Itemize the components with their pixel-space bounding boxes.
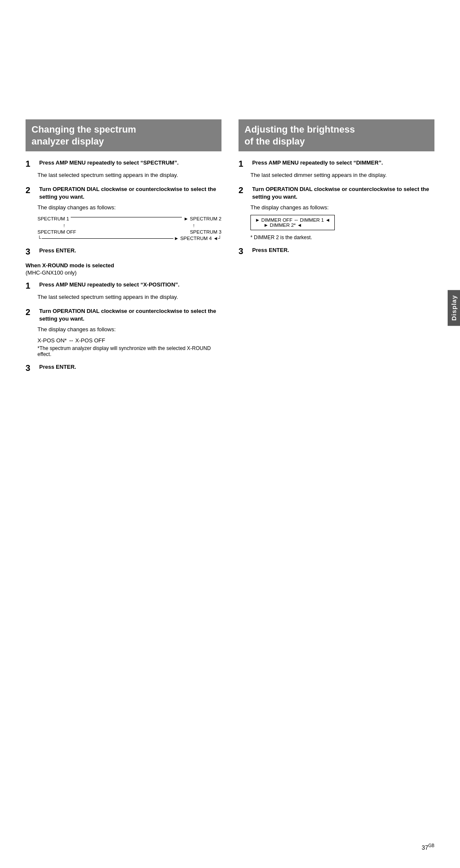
right-title-line2: of the display — [244, 136, 305, 147]
left-title-line1: Changing the spectrum — [32, 124, 136, 135]
step-number-1: 1 — [26, 159, 37, 168]
right-section-header: Adjusting the brightness of the display — [239, 119, 434, 151]
xstep-number-1: 1 — [26, 281, 37, 290]
left-step2: 2 Turn OPERATION DIAL clockwise or count… — [26, 185, 221, 241]
xstep3-bold: Press ENTER. — [39, 363, 76, 371]
right-column: Adjusting the brightness of the display … — [239, 119, 434, 379]
left-section-header: Changing the spectrum analyzer display — [26, 119, 221, 151]
step1-bold: Press AMP MENU repeatedly to select “SPE… — [39, 159, 178, 167]
xstep1-desc: The last selected spectrum setting appea… — [37, 293, 221, 301]
left-title-line2: analyzer display — [32, 136, 104, 147]
when-header: When X-ROUND mode is selected — [26, 262, 221, 269]
spectrum-diagram: SPECTRUM 1 ► SPECTRUM 2 ↑ ↑ SPECTRUM OFF… — [37, 215, 221, 241]
xpos-footnote: *The spectrum analyzer display will sync… — [37, 345, 221, 357]
xstep2-bold: Turn OPERATION DIAL clockwise or counter… — [39, 307, 221, 323]
right-step1-desc: The last selected dimmer setting appears… — [250, 171, 434, 179]
xstep-number-3: 3 — [26, 363, 37, 373]
step2-desc: The display changes as follows: — [37, 203, 221, 212]
page-content: Changing the spectrum analyzer display 1… — [0, 0, 460, 404]
right-step3: 3 Press ENTER. — [239, 246, 434, 256]
left-step3: 3 Press ENTER. — [26, 247, 221, 256]
right-title-line1: Adjusting the brightness — [244, 124, 355, 135]
right-step2-desc: The display changes as follows: — [250, 203, 434, 212]
right-step1: 1 Press AMP MENU repeatedly to select “D… — [239, 159, 434, 179]
right-step2: 2 Turn OPERATION DIAL clockwise or count… — [239, 185, 434, 241]
when-subheader: (MHC-GNX100 only) — [26, 269, 221, 276]
step-number-3: 3 — [26, 247, 37, 256]
xstep2: 2 Turn OPERATION DIAL clockwise or count… — [26, 307, 221, 357]
side-tab: Display — [448, 290, 460, 326]
step-number-2: 2 — [26, 185, 37, 195]
xstep-number-2: 2 — [26, 307, 37, 317]
dimmer-diagram: ► DIMMER OFF ↔ DIMMER 1 ◄ ► DIMMER 2* ◄ — [250, 215, 434, 231]
xstep1-bold: Press AMP MENU repeatedly to select “X-P… — [39, 281, 179, 289]
xpos-line: X-POS ON* ↔ X-POS OFF — [37, 337, 221, 344]
spectrum-row1: SPECTRUM 1 ► SPECTRUM 2 — [37, 215, 221, 223]
step3-bold: Press ENTER. — [39, 247, 76, 255]
xstep3: 3 Press ENTER. — [26, 363, 221, 373]
right-step2-bold: Turn OPERATION DIAL clockwise or counter… — [252, 185, 434, 201]
xstep2-desc: The display changes as follows: — [37, 325, 221, 334]
xstep1: 1 Press AMP MENU repeatedly to select “X… — [26, 281, 221, 301]
left-step1: 1 Press AMP MENU repeatedly to select “S… — [26, 159, 221, 179]
left-column: Changing the spectrum analyzer display 1… — [26, 119, 221, 379]
right-step-number-2: 2 — [239, 185, 250, 195]
page-number: 37GB — [422, 843, 434, 851]
step2-bold: Turn OPERATION DIAL clockwise or counter… — [39, 185, 221, 201]
right-step1-bold: Press AMP MENU repeatedly to select “DIM… — [252, 159, 383, 167]
right-step-number-1: 1 — [239, 159, 250, 168]
step1-desc: The last selected spectrum setting appea… — [37, 171, 221, 179]
spectrum-row2: SPECTRUM OFF SPECTRUM 3 — [37, 228, 221, 236]
right-step-number-3: 3 — [239, 246, 250, 256]
right-step3-bold: Press ENTER. — [252, 246, 289, 254]
dimmer-footnote: * DIMMER 2 is the darkest. — [250, 234, 434, 240]
